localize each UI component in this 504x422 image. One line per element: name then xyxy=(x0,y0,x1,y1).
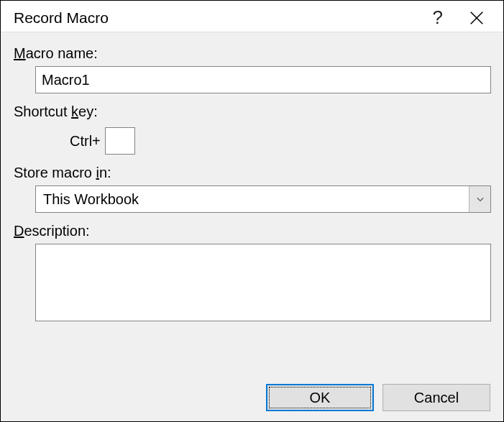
description-label: Description: xyxy=(14,223,490,239)
dialog-content: Macro name: Shortcut key: Ctrl+ Store ma… xyxy=(1,32,503,421)
macro-name-label: Macro name: xyxy=(14,45,490,62)
store-macro-in-value: This Workbook xyxy=(36,191,469,208)
titlebar: Record Macro ? xyxy=(1,1,503,32)
button-row: OK Cancel xyxy=(14,371,490,411)
shortcut-row: Ctrl+ xyxy=(70,127,490,155)
ctrl-plus-label: Ctrl+ xyxy=(70,133,101,150)
chevron-down-icon xyxy=(469,186,490,212)
close-icon[interactable] xyxy=(469,10,485,26)
record-macro-dialog: Record Macro ? Macro name: Shortcut key:… xyxy=(0,0,504,422)
shortcut-key-label: Shortcut key: xyxy=(14,104,490,120)
description-input[interactable] xyxy=(35,244,491,321)
macro-name-input[interactable] xyxy=(35,66,491,93)
store-macro-in-select[interactable]: This Workbook xyxy=(35,185,491,213)
cancel-button[interactable]: Cancel xyxy=(382,384,490,411)
titlebar-buttons: ? xyxy=(433,6,493,29)
ok-button[interactable]: OK xyxy=(266,384,374,411)
shortcut-key-input[interactable] xyxy=(105,127,135,155)
dialog-title: Record Macro xyxy=(14,9,109,27)
store-macro-in-label: Store macro in: xyxy=(14,165,490,181)
help-icon[interactable]: ? xyxy=(433,6,443,29)
